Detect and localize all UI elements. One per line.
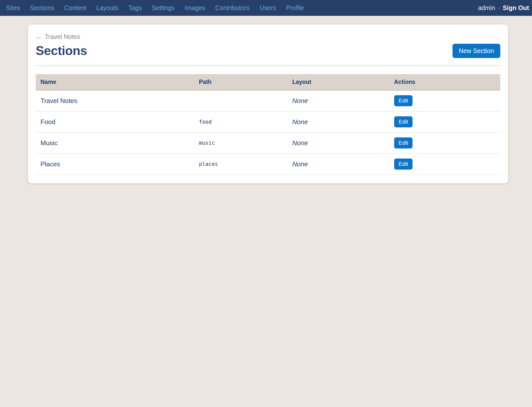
- nav-item-contributors[interactable]: Contributors: [215, 4, 250, 12]
- path-cell: places: [194, 154, 288, 175]
- table-body: Travel Notes None Edit Food food None Ed…: [36, 90, 500, 175]
- path-cell: [194, 90, 288, 111]
- nav-item-sites[interactable]: Sites: [6, 4, 20, 12]
- name-cell: Places: [36, 154, 194, 175]
- table-row: Places places None Edit: [36, 154, 500, 175]
- edit-button[interactable]: Edit: [394, 137, 413, 148]
- path-cell: music: [194, 132, 288, 154]
- sections-table: Name Path Layout Actions Travel Notes No…: [36, 74, 500, 175]
- edit-button[interactable]: Edit: [394, 95, 413, 106]
- table-row: Travel Notes None Edit: [36, 90, 500, 111]
- nav-item-profile[interactable]: Profile: [286, 4, 304, 12]
- page-title: Sections: [36, 43, 87, 58]
- actions-cell: Edit: [389, 154, 500, 175]
- nav-separator: ·: [498, 4, 500, 12]
- column-header-path: Path: [194, 74, 288, 90]
- back-link[interactable]: ← Travel Notes: [36, 33, 80, 40]
- table-row: Food food None Edit: [36, 111, 500, 132]
- actions-cell: Edit: [389, 132, 500, 154]
- top-navbar: SitesSectionsContentLayoutsTagsSettingsI…: [0, 0, 532, 16]
- sections-card: ← Travel Notes Sections New Section Name…: [28, 24, 508, 184]
- path-cell: food: [194, 111, 288, 132]
- column-header-layout: Layout: [288, 74, 389, 90]
- column-header-actions: Actions: [389, 74, 500, 90]
- nav-item-content[interactable]: Content: [64, 4, 86, 12]
- nav-user-area: admin · Sign Out: [478, 4, 529, 12]
- nav-item-tags[interactable]: Tags: [129, 4, 142, 12]
- nav-username: admin: [478, 4, 495, 12]
- name-cell: Music: [36, 132, 194, 154]
- nav-item-users[interactable]: Users: [260, 4, 276, 12]
- back-arrow-icon: ←: [36, 33, 42, 40]
- nav-item-settings[interactable]: Settings: [152, 4, 174, 12]
- layout-cell: None: [288, 90, 389, 111]
- nav-item-layouts[interactable]: Layouts: [96, 4, 118, 12]
- table-header-row: Name Path Layout Actions: [36, 74, 500, 90]
- actions-cell: Edit: [389, 111, 500, 132]
- actions-cell: Edit: [389, 90, 500, 111]
- table-row: Music music None Edit: [36, 132, 500, 154]
- sign-out-link[interactable]: Sign Out: [503, 4, 529, 12]
- title-row: Sections New Section: [36, 43, 500, 58]
- nav-item-sections[interactable]: Sections: [30, 4, 54, 12]
- edit-button[interactable]: Edit: [394, 116, 413, 127]
- new-section-button[interactable]: New Section: [453, 44, 500, 58]
- header-divider: [36, 66, 500, 66]
- layout-cell: None: [288, 111, 389, 132]
- edit-button[interactable]: Edit: [394, 159, 413, 170]
- column-header-name: Name: [36, 74, 194, 90]
- layout-cell: None: [288, 154, 389, 175]
- name-cell: Food: [36, 111, 194, 132]
- back-link-label: Travel Notes: [45, 33, 80, 40]
- nav-links: SitesSectionsContentLayoutsTagsSettingsI…: [6, 4, 304, 12]
- layout-cell: None: [288, 132, 389, 154]
- name-cell: Travel Notes: [36, 90, 194, 111]
- nav-item-images[interactable]: Images: [185, 4, 205, 12]
